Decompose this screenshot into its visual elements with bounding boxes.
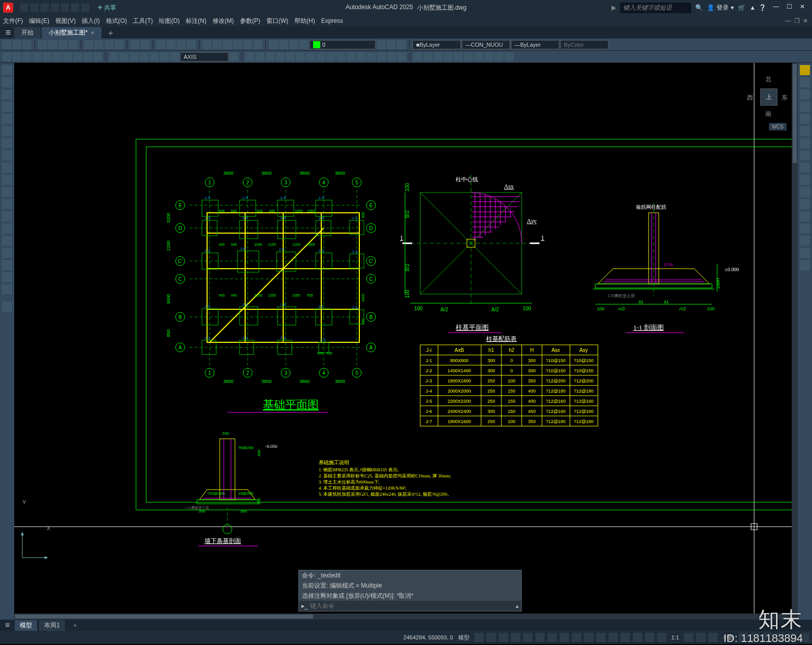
xline-icon[interactable] (2, 77, 12, 87)
gizmo-icon[interactable] (633, 633, 642, 642)
maximize-button[interactable]: ☐ (784, 3, 795, 12)
transparency-toggle-icon[interactable] (572, 633, 581, 642)
autodesk-icon[interactable]: ▲ (750, 4, 755, 11)
tool-move-icon[interactable] (800, 138, 810, 148)
matchprop-icon[interactable] (115, 40, 124, 49)
redo-icon[interactable] (141, 40, 150, 49)
save-icon[interactable] (22, 40, 31, 49)
quickcalc-icon[interactable] (253, 40, 262, 49)
viewcube-north[interactable]: 北 (765, 75, 771, 84)
layer-iso-icon[interactable] (397, 40, 406, 49)
dimstyle-mgr-icon[interactable] (229, 52, 239, 61)
markup-icon[interactable] (243, 40, 252, 49)
publish-icon[interactable] (58, 40, 67, 49)
menu-file[interactable]: 文件(F) (3, 17, 23, 25)
dim-diameter-icon[interactable] (53, 52, 62, 61)
block-edit-icon[interactable] (433, 52, 443, 61)
tab-add-layout[interactable]: ＋ (67, 620, 83, 631)
dim-baseline-icon[interactable] (83, 52, 92, 61)
modify-trim-icon[interactable] (336, 52, 346, 61)
modify-copy-icon[interactable] (255, 52, 264, 61)
annotation-visibility-icon[interactable] (645, 633, 654, 642)
modify-mirror-icon[interactable] (265, 52, 275, 61)
circle-icon[interactable] (2, 138, 12, 148)
open-icon[interactable] (12, 40, 21, 49)
addsel-icon[interactable] (2, 302, 12, 312)
point-icon[interactable] (2, 223, 12, 234)
mtext-tool-icon[interactable] (2, 284, 12, 295)
block-create-icon[interactable] (413, 52, 422, 61)
layer-prev-icon[interactable] (377, 40, 386, 49)
close-tab-icon[interactable]: × (91, 29, 94, 37)
menu-help[interactable]: 帮助(H) (294, 17, 315, 25)
modelspace-toggle[interactable]: 模型 (456, 634, 471, 641)
block-insert-icon[interactable] (423, 52, 432, 61)
tool-rotate-icon[interactable] (800, 150, 810, 160)
sheetset-icon[interactable] (233, 40, 242, 49)
viewcube-west[interactable]: 西 (747, 93, 753, 102)
layer-lock-icon[interactable] (299, 40, 309, 49)
qat-undo-icon[interactable] (71, 4, 79, 12)
linetype-dropdown[interactable]: — CON_NUOU (462, 40, 510, 49)
undo-icon[interactable] (130, 40, 140, 49)
qat-save-icon[interactable] (41, 4, 49, 12)
ellipse-arc-icon[interactable] (2, 187, 12, 197)
dim-ordinate-icon[interactable] (32, 52, 42, 61)
doc-close-button[interactable]: ✕ (803, 17, 808, 24)
layer-freeze-icon[interactable] (279, 40, 288, 49)
viewcube-south[interactable]: 南 (765, 110, 771, 118)
menu-window[interactable]: 窗口(W) (266, 17, 288, 25)
insert-block-icon[interactable] (2, 199, 12, 209)
osnap-toggle-icon[interactable] (523, 633, 532, 642)
toolpalettes-icon[interactable] (223, 40, 232, 49)
selection-filter-icon[interactable] (621, 633, 630, 642)
signin-button[interactable]: 👤 登录 ▾ (707, 4, 734, 12)
dim-quick-icon[interactable] (73, 52, 82, 61)
modify-rotate-icon[interactable] (306, 52, 315, 61)
cmd-expand-icon[interactable]: ▴ (516, 602, 519, 609)
dim-angular-icon[interactable] (63, 52, 72, 61)
workspace-switch-icon[interactable] (684, 633, 693, 642)
tab-model[interactable]: 模型 (15, 620, 37, 631)
new-icon[interactable] (2, 40, 11, 49)
app-icon[interactable]: A (3, 3, 13, 13)
paste-icon[interactable] (105, 40, 114, 49)
otrack-toggle-icon[interactable] (535, 633, 545, 642)
tab-active-doc[interactable]: 小别墅施工图*× (42, 27, 101, 39)
layout-menu-button[interactable]: ≡ (2, 621, 13, 630)
search-icon[interactable]: 🔍 (695, 4, 703, 11)
table-tool-icon[interactable] (2, 272, 12, 282)
zoom-icon[interactable] (166, 40, 176, 49)
qat-redo-icon[interactable] (81, 4, 89, 12)
spline-icon[interactable] (2, 163, 12, 173)
close-button[interactable]: ✕ (797, 3, 808, 12)
help-icon[interactable]: ❔ (759, 4, 766, 11)
tolerance-icon[interactable] (129, 52, 139, 61)
dim-linear-icon[interactable] (2, 52, 11, 61)
tool-extend-icon[interactable] (800, 199, 810, 209)
viewcube-top-face[interactable]: 上 (760, 88, 777, 106)
tab-new-button[interactable]: ＋ (103, 28, 119, 39)
rect-icon[interactable] (2, 114, 12, 124)
command-line[interactable]: 命令: _textedit 当前设置: 编辑模式 = Multiple 选择注释… (298, 570, 522, 611)
menu-express[interactable]: Express (321, 17, 343, 24)
modify-break-icon[interactable] (357, 52, 366, 61)
viewcube[interactable]: 上 北 南 西 东 (745, 73, 791, 119)
layer-manager-icon[interactable] (269, 40, 278, 49)
units-icon[interactable] (708, 633, 718, 642)
arc-icon[interactable] (2, 126, 12, 136)
wcs-badge[interactable]: WCS (769, 123, 787, 131)
qat-new-icon[interactable] (20, 4, 28, 12)
drawing-svg[interactable]: 12345 12345 EDC'CBA EDC'CBA (14, 63, 798, 620)
doc-restore-button[interactable]: ❐ (794, 17, 800, 24)
menu-format[interactable]: 格式(O) (106, 17, 127, 25)
menu-param[interactable]: 参数(P) (240, 17, 260, 25)
zoomprev-icon[interactable] (187, 40, 196, 49)
dim-edit-icon[interactable] (150, 52, 159, 61)
region-icon[interactable] (484, 52, 493, 61)
viewcube-east[interactable]: 东 (782, 93, 788, 102)
3dosnap-icon[interactable] (596, 633, 605, 642)
copy-icon[interactable] (94, 40, 104, 49)
layer-state-icon[interactable] (387, 40, 396, 49)
tool-stretch-icon[interactable] (800, 175, 810, 185)
